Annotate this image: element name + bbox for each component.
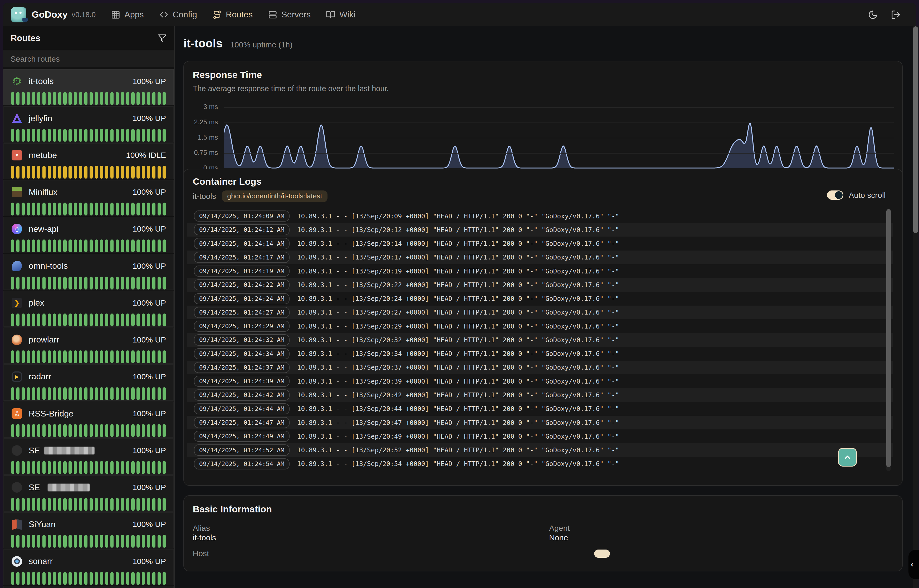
log-timestamp: 09/14/2025, 01:24:49 AM [194,431,289,442]
sidebar-route-new-api[interactable]: ()new-api100% UP [3,217,173,253]
chevron-left-icon: ‹ [911,560,914,569]
nav-item-label: Wiki [339,10,355,19]
page-title: it-tools [183,37,222,50]
nav-item-wiki[interactable]: Wiki [326,10,355,19]
siyuan-icon [11,519,23,530]
nav-item-apps[interactable]: Apps [111,10,144,19]
log-timestamp: 09/14/2025, 01:24:37 AM [194,362,289,373]
log-message: 10.89.3.1 - - [13/Sep/20:34 +0000] "HEAD… [297,350,619,357]
log-scrollbar[interactable] [886,209,891,471]
book-icon [326,10,335,19]
sidebar-route-sonarr[interactable]: sonarr100% UP [3,549,173,585]
scroll-to-top-button[interactable] [838,448,857,467]
route-status: 100% UP [132,77,166,86]
nav-item-servers[interactable]: Servers [268,10,311,19]
sidebar-route-omni-tools[interactable]: omni-tools100% UP [3,254,173,290]
uptime-bars [11,166,166,179]
sidebar-route-redacted-10[interactable]: SE100% UP [3,438,173,475]
route-name: it-tools [29,76,54,86]
uptime-bars [11,313,166,326]
nav-item-routes[interactable]: Routes [212,10,253,19]
log-timestamp: 09/14/2025, 01:24:52 AM [194,444,289,456]
alias-value: it-tools [193,533,216,542]
nav-item-label: Routes [226,10,253,19]
log-row: 09/14/2025, 01:24:12 AM10.89.3.1 - - [13… [187,223,893,237]
metube-icon: ▼ [11,149,23,161]
route-name: SE [29,483,90,493]
page-scrollbar[interactable] [913,26,919,588]
route-status: 100% UP [132,483,166,492]
log-timestamp: 09/14/2025, 01:24:17 AM [194,252,289,263]
routes-panel-title: Routes [11,33,40,43]
log-row: 09/14/2025, 01:24:27 AM10.89.3.1 - - [13… [187,305,893,319]
log-message: 10.89.3.1 - - [13/Sep/20:39 +0000] "HEAD… [297,378,619,385]
log-message: 10.89.3.1 - - [13/Sep/20:09 +0000] "HEAD… [297,212,619,220]
uptime-bars [11,129,166,142]
logout-icon[interactable] [891,10,901,20]
route-name: prowlarr [29,335,59,344]
sidebar-route-jellyfin[interactable]: jellyfin100% UP [3,106,173,142]
log-row: 09/14/2025, 01:24:54 AM10.89.3.1 - - [13… [187,457,893,471]
chevron-up-icon [843,453,851,461]
sidebar-route-prowlarr[interactable]: prowlarr100% UP [3,328,173,364]
route-name: plex [29,298,44,308]
log-timestamp: 09/14/2025, 01:24:47 AM [194,417,289,428]
sidebar-route-redacted-11[interactable]: SE100% UP [3,475,173,512]
log-timestamp: 09/14/2025, 01:24:32 AM [194,334,289,346]
sidebar-route-siyuan[interactable]: SiYuan100% UP [3,512,173,549]
log-message: 10.89.3.1 - - [13/Sep/20:22 +0000] "HEAD… [297,281,619,289]
top-navbar: GoDoxy v0.18.0 AppsConfigRoutesServersWi… [3,3,916,26]
log-message: 10.89.3.1 - - [13/Sep/20:27 +0000] "HEAD… [297,309,619,316]
log-message: 10.89.3.1 - - [13/Sep/20:19 +0000] "HEAD… [297,267,619,275]
log-row: 09/14/2025, 01:24:42 AM10.89.3.1 - - [13… [187,388,893,402]
route-name: omni-tools [29,261,68,271]
log-row: 09/14/2025, 01:24:37 AM10.89.3.1 - - [13… [187,361,893,374]
drawer-handle[interactable]: ‹ [908,550,919,579]
route-list: ⚙it-tools100% UPjellyfin100% UP▼metube10… [3,68,174,588]
route-name: new-api [29,224,58,234]
log-timestamp: 09/14/2025, 01:24:34 AM [194,348,289,359]
log-message: 10.89.3.1 - - [13/Sep/20:14 +0000] "HEAD… [297,240,619,247]
search-row [3,50,174,68]
sidebar-route-metube[interactable]: ▼metube100% IDLE [3,143,173,179]
log-message: 10.89.3.1 - - [13/Sep/20:44 +0000] "HEAD… [297,405,619,412]
log-message: 10.89.3.1 - - [13/Sep/20:49 +0000] "HEAD… [297,433,619,440]
route-status: 100% UP [132,335,166,344]
app-shell: Routes ⚙it-tools100% UPjellyfin100% UP▼m… [3,26,916,588]
host-label: Host [193,549,209,558]
log-message: 10.89.3.1 - - [13/Sep/20:47 +0000] "HEAD… [297,419,619,426]
sidebar-route-it-tools[interactable]: ⚙it-tools100% UP [3,69,173,105]
chart-gridline [224,138,894,138]
sidebar-route-miniflux[interactable]: Miniflux100% UP [3,180,173,216]
dark-mode-toggle-moon-icon[interactable] [868,10,878,20]
log-row: 09/14/2025, 01:24:24 AM10.89.3.1 - - [13… [187,292,893,305]
log-row: 09/14/2025, 01:24:09 AM10.89.3.1 - - [13… [187,209,893,223]
routes-sidebar: Routes ⚙it-tools100% UPjellyfin100% UP▼m… [3,26,175,588]
route-status: 100% UP [132,225,166,233]
redacted-icon [11,445,23,456]
sidebar-route-partial[interactable] [3,586,173,588]
route-status: 100% IDLE [126,151,166,160]
log-scrollbar-thumb[interactable] [886,209,891,467]
godoxy-logo-icon [11,7,26,23]
auto-scroll-toggle[interactable] [827,191,843,200]
prowlarr-icon [11,334,23,346]
sidebar-route-radarr[interactable]: ▶radarr100% UP [3,364,173,401]
uptime-summary: 100% uptime (1h) [230,40,292,49]
nav-item-label: Servers [281,10,311,19]
log-row: 09/14/2025, 01:24:17 AM10.89.3.1 - - [13… [187,250,893,264]
page-scrollbar-thumb[interactable] [913,26,918,233]
filter-icon[interactable] [158,34,166,42]
uptime-bars [11,203,166,215]
uptime-bars [11,387,166,400]
agent-label: Agent [549,524,570,533]
route-name: Miniflux [29,187,57,197]
sidebar-route-rss-bridge[interactable]: ◎rssRSS-Bridge100% UP [3,402,173,438]
nav-item-config[interactable]: Config [159,10,197,19]
sidebar-route-plex[interactable]: ❯plex100% UP [3,291,173,327]
search-routes-input[interactable] [11,55,166,63]
log-timestamp: 09/14/2025, 01:24:54 AM [194,459,289,470]
route-name: SE [29,446,95,456]
sonarr-icon [11,555,23,567]
navbar-right [868,10,908,20]
